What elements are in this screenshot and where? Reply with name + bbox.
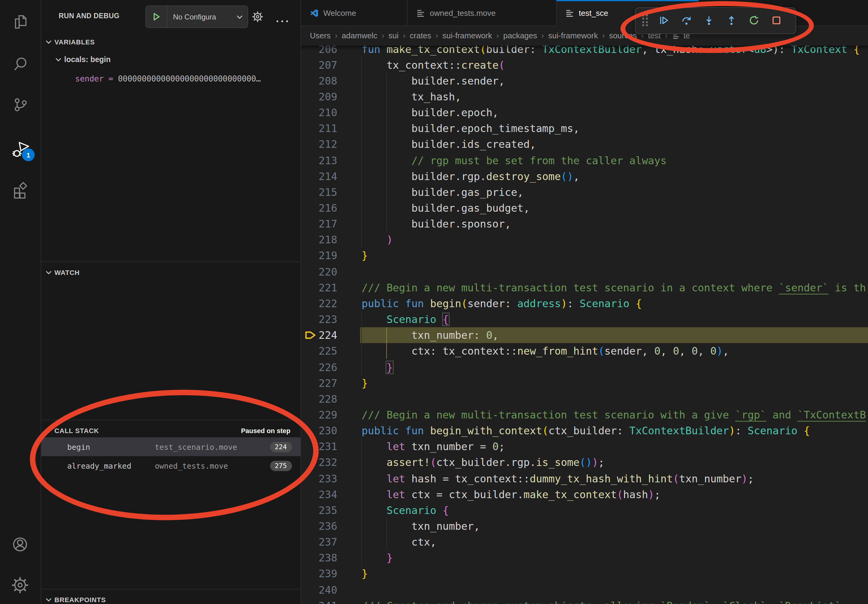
line-number[interactable]: 234 [301, 486, 337, 502]
continue-button[interactable] [653, 9, 675, 31]
step-out-button[interactable] [720, 9, 742, 31]
line-number[interactable]: 213 [301, 152, 337, 168]
code-line[interactable]: 211 builder.epoch_timestamp_ms, [301, 121, 868, 136]
line-number[interactable]: 207 [301, 57, 337, 73]
code-line[interactable]: 209 tx_hash, [301, 89, 868, 105]
explorer-icon[interactable] [11, 13, 29, 31]
code-line[interactable]: 230public fun begin_with_context(ctx_bui… [301, 423, 868, 438]
line-number[interactable]: 226 [301, 359, 337, 375]
breadcrumb-item[interactable]: crates [410, 31, 431, 40]
line-number[interactable]: 210 [301, 105, 337, 121]
code-line[interactable]: 232 assert!(ctx_builder.rgp.is_some()); [301, 455, 868, 471]
breadcrumb-item[interactable]: sui [388, 31, 398, 40]
line-number[interactable]: 212 [301, 136, 337, 152]
code-line[interactable]: 228 [301, 391, 868, 407]
code-line[interactable]: 218 ) [301, 232, 868, 248]
gripper-icon[interactable] [638, 14, 653, 27]
account-icon[interactable] [11, 535, 29, 553]
line-number[interactable]: 208 [301, 73, 337, 89]
code-editor[interactable]: 206fun make_tx_context(builder: TxContex… [301, 46, 868, 604]
extensions-icon[interactable] [11, 181, 29, 199]
line-number[interactable]: 231 [301, 439, 337, 455]
line-number[interactable]: 232 [301, 455, 337, 471]
variable-row[interactable]: sender = 00000000000000000000000000000… [75, 74, 298, 83]
call-stack-frame[interactable]: already_markedowned_tests.move275 [40, 456, 300, 475]
stop-button[interactable] [765, 9, 787, 31]
line-number[interactable]: 227 [301, 375, 337, 391]
line-number[interactable]: 241 [301, 598, 337, 604]
code-line[interactable]: 240 [301, 582, 868, 598]
code-line[interactable]: 214 builder.rgp.destroy_some(), [301, 168, 868, 184]
breadcrumb-item[interactable]: sources [609, 31, 637, 40]
code-line[interactable]: 227} [301, 375, 868, 391]
line-number[interactable]: 230 [301, 423, 337, 438]
variables-scope-row[interactable]: locals: begin [55, 55, 111, 64]
code-line[interactable]: 225 ctx: tx_context::new_from_hint(sende… [301, 343, 868, 359]
code-line[interactable]: 229/// Begin a new multi-transaction tes… [301, 407, 868, 423]
code-line[interactable]: 223 Scenario { [301, 311, 868, 327]
line-number[interactable]: 240 [301, 582, 337, 598]
source-control-icon[interactable] [11, 96, 29, 114]
line-number[interactable]: 236 [301, 518, 337, 534]
code-line[interactable]: 234 let ctx = ctx_builder.make_tx_contex… [301, 486, 868, 502]
line-number[interactable]: 237 [301, 534, 337, 550]
code-line[interactable]: 238 } [301, 550, 868, 566]
code-line[interactable]: 235 Scenario { [301, 502, 868, 518]
line-number[interactable]: 217 [301, 216, 337, 232]
line-number[interactable]: 229 [301, 407, 337, 423]
line-number[interactable]: 221 [301, 280, 337, 296]
code-line[interactable]: 224 txn_number: 0, [301, 327, 868, 343]
breadcrumb-item[interactable]: packages [503, 31, 537, 40]
line-number[interactable]: 219 [301, 248, 337, 264]
debug-settings-gear-icon[interactable] [251, 11, 263, 22]
code-line[interactable]: 236 txn_number, [301, 518, 868, 534]
code-line[interactable]: 239} [301, 566, 868, 582]
code-line[interactable]: 222public fun begin(sender: address): Sc… [301, 296, 868, 311]
breakpoints-section-header[interactable]: BREAKPOINTS [40, 593, 300, 604]
line-number[interactable]: 235 [301, 502, 337, 518]
line-number[interactable]: 239 [301, 566, 337, 582]
code-line[interactable]: 208 builder.sender, [301, 73, 868, 89]
call-stack-frame[interactable]: begintest_scenario.move224 [40, 437, 300, 456]
tab-welcome[interactable]: Welcome [301, 0, 407, 26]
start-debug-button[interactable] [146, 6, 167, 27]
breadcrumb-item[interactable]: sui-framework [548, 31, 598, 40]
code-line[interactable]: 231 let txn_number = 0; [301, 439, 868, 455]
line-number[interactable]: 211 [301, 121, 337, 136]
code-line[interactable]: 210 builder.epoch, [301, 105, 868, 121]
line-number[interactable]: 215 [301, 184, 337, 200]
debug-config-dropdown[interactable]: No Configura [145, 5, 248, 28]
code-line[interactable]: 220 [301, 264, 868, 279]
code-line[interactable]: 233 let hash = tx_context::dummy_tx_hash… [301, 471, 868, 486]
watch-section-header[interactable]: WATCH [40, 266, 300, 279]
step-into-button[interactable] [698, 9, 720, 31]
line-number[interactable]: 218 [301, 232, 337, 248]
breadcrumb-item[interactable]: sui-framework [443, 31, 492, 40]
search-icon[interactable] [11, 54, 29, 73]
code-line[interactable]: 212 builder.ids_created, [301, 136, 868, 152]
code-line[interactable]: 237 ctx, [301, 534, 868, 550]
line-number[interactable]: 222 [301, 296, 337, 311]
line-number[interactable]: 214 [301, 168, 337, 184]
breadcrumb-item[interactable]: adamwelc [342, 31, 377, 40]
more-actions-icon[interactable] [275, 15, 288, 19]
line-number[interactable]: 233 [301, 471, 337, 486]
code-line[interactable]: 213 // rgp must be set from the caller a… [301, 152, 868, 168]
code-line[interactable]: 217 builder.sponsor, [301, 216, 868, 232]
restart-button[interactable] [742, 9, 765, 31]
step-over-button[interactable] [675, 9, 698, 31]
line-number[interactable]: 228 [301, 391, 337, 407]
code-line[interactable]: 226 } [301, 359, 868, 375]
code-line[interactable]: 241/// Creates and shares system objects… [301, 598, 868, 604]
line-number[interactable]: 220 [301, 264, 337, 279]
tab-owned-tests[interactable]: owned_tests.move [407, 0, 556, 26]
variables-section-header[interactable]: VARIABLES [40, 35, 300, 49]
line-number[interactable]: 209 [301, 89, 337, 105]
call-stack-section-header[interactable]: CALL STACK Paused on step [40, 424, 300, 437]
code-line[interactable]: 219} [301, 248, 868, 264]
line-number[interactable]: 223 [301, 311, 337, 327]
breadcrumb-item[interactable]: Users [310, 31, 330, 40]
code-line[interactable]: 215 builder.gas_price, [301, 184, 868, 200]
settings-gear-icon[interactable] [11, 576, 29, 594]
code-line[interactable]: 221/// Begin a new multi-transaction tes… [301, 280, 868, 296]
